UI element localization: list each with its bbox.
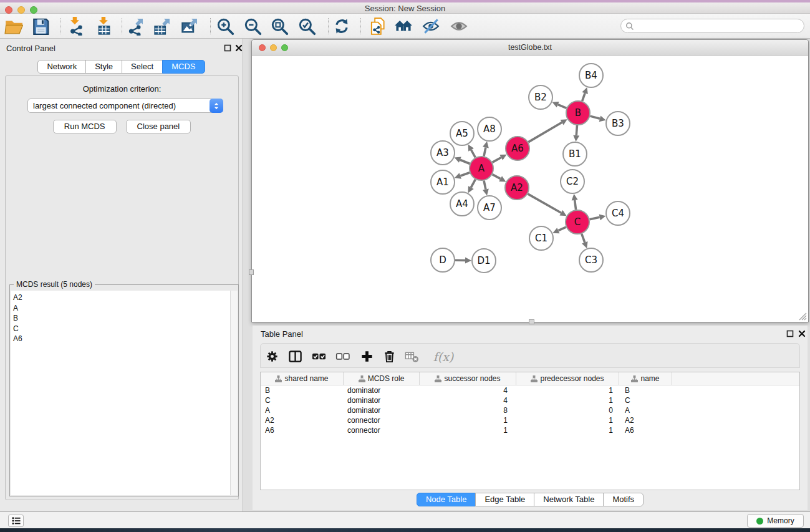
run-mcds-button[interactable]: Run MCDS bbox=[53, 120, 117, 133]
hierarchy-icon bbox=[359, 375, 365, 382]
show-all-button[interactable] bbox=[446, 16, 471, 36]
table-toolbar: f(x) bbox=[260, 343, 800, 368]
hide-all-columns-button[interactable] bbox=[334, 349, 350, 364]
column-header-shared-name[interactable]: shared name bbox=[261, 372, 344, 385]
checks-off-icon bbox=[335, 349, 350, 364]
status-bar: Memory bbox=[0, 511, 810, 528]
columns-icon bbox=[288, 349, 302, 364]
control-panel-tabs: NetworkStyleSelectMCDS bbox=[0, 60, 243, 74]
table-cell: B bbox=[261, 385, 344, 395]
control-panel-header: Control Panel bbox=[0, 39, 243, 56]
task-history-button[interactable] bbox=[8, 515, 24, 527]
save-icon bbox=[31, 17, 50, 36]
table-cell: 1 bbox=[420, 415, 516, 425]
float-panel-icon[interactable] bbox=[223, 44, 231, 52]
zoom-out-icon bbox=[243, 17, 262, 36]
table-cell: B bbox=[619, 385, 672, 395]
table-row[interactable]: A6connector11A6 bbox=[261, 425, 799, 435]
memory-button[interactable]: Memory bbox=[747, 514, 804, 528]
criterion-dropdown[interactable]: largest connected component (directed) bbox=[27, 99, 223, 113]
home-button[interactable] bbox=[391, 16, 416, 36]
result-item[interactable]: B bbox=[13, 313, 230, 324]
mcds-result-list: A2ABCA6 bbox=[11, 291, 230, 495]
result-scrollbar[interactable] bbox=[230, 291, 238, 495]
toggle-column-panel-button[interactable] bbox=[287, 349, 303, 364]
column-header-predecessor-nodes[interactable]: predecessor nodes bbox=[516, 372, 619, 385]
new-network-from-selection-button[interactable] bbox=[365, 16, 390, 36]
table-cell: connector bbox=[344, 425, 420, 435]
open-session-button[interactable] bbox=[1, 16, 26, 36]
import-table-button[interactable] bbox=[92, 16, 117, 36]
list-icon bbox=[11, 516, 21, 526]
fx-icon: f(x) bbox=[433, 350, 454, 364]
table-panel: Table Panel f(x) shared nameMCDS rolesuc… bbox=[253, 326, 808, 510]
export-image-button[interactable] bbox=[178, 16, 203, 36]
result-item[interactable]: A6 bbox=[13, 334, 230, 344]
table-cell: dominator bbox=[344, 405, 420, 415]
table-row[interactable]: A2connector11A2 bbox=[261, 415, 799, 425]
desktop-edge-bottom bbox=[0, 528, 810, 532]
zoom-out-button[interactable] bbox=[240, 16, 265, 36]
tab-edge-table[interactable]: Edge Table bbox=[475, 493, 534, 506]
table-cell: A6 bbox=[619, 425, 672, 435]
tab-style[interactable]: Style bbox=[85, 60, 122, 74]
show-all-columns-button[interactable] bbox=[311, 349, 327, 364]
function-builder-button: f(x) bbox=[431, 349, 456, 364]
export-table-icon bbox=[153, 17, 172, 36]
column-header-filler bbox=[672, 372, 799, 385]
refresh-layout-button[interactable] bbox=[329, 16, 354, 36]
table-row[interactable]: Cdominator41C bbox=[261, 395, 799, 405]
control-panel-title: Control Panel bbox=[6, 44, 55, 53]
toolbar-separator bbox=[328, 18, 329, 34]
tab-motifs[interactable]: Motifs bbox=[603, 493, 644, 506]
column-label: shared name bbox=[284, 374, 328, 383]
tab-network[interactable]: Network bbox=[37, 60, 86, 74]
hierarchy-icon bbox=[531, 375, 538, 382]
export-table-button[interactable] bbox=[150, 16, 175, 36]
zoom-selected-button[interactable] bbox=[294, 16, 319, 36]
export-network-button[interactable] bbox=[123, 16, 148, 36]
table-settings-button[interactable] bbox=[264, 349, 280, 364]
tab-select[interactable]: Select bbox=[122, 60, 163, 74]
add-column-button[interactable] bbox=[359, 349, 375, 364]
search-field[interactable] bbox=[620, 19, 804, 33]
table-cell: 1 bbox=[420, 425, 516, 435]
app-titlebar: Session: New Session bbox=[0, 2, 810, 14]
table-cell: A2 bbox=[619, 415, 672, 425]
table-header-row: shared nameMCDS rolesuccessor nodesprede… bbox=[261, 372, 799, 385]
column-header-MCDS-role[interactable]: MCDS role bbox=[344, 372, 420, 385]
table-row[interactable]: Bdominator41B bbox=[261, 385, 799, 395]
zoom-in-icon bbox=[216, 17, 234, 36]
mcds-result-group: MCDS result (5 nodes) A2ABCA6 bbox=[9, 284, 239, 496]
close-panel-icon[interactable] bbox=[234, 44, 243, 52]
optimization-criterion-label: Optimization criterion: bbox=[6, 84, 238, 94]
toolbar-separator bbox=[360, 18, 361, 34]
result-item[interactable]: A bbox=[13, 303, 230, 314]
mcds-panel: Optimization criterion: largest connecte… bbox=[5, 75, 239, 500]
trash-icon bbox=[382, 349, 397, 364]
tab-node-table[interactable]: Node Table bbox=[417, 493, 476, 506]
control-panel: Control Panel NetworkStyleSelectMCDS Opt… bbox=[0, 39, 243, 511]
table-cell: C bbox=[261, 395, 344, 405]
import-network-button[interactable] bbox=[63, 16, 88, 36]
column-header-successor-nodes[interactable]: successor nodes bbox=[420, 372, 516, 385]
zoom-in-button[interactable] bbox=[213, 16, 238, 36]
node-table: shared nameMCDS rolesuccessor nodesprede… bbox=[260, 372, 800, 490]
tab-mcds[interactable]: MCDS bbox=[162, 60, 205, 74]
column-header-name[interactable]: name bbox=[619, 372, 672, 385]
zoom-fit-button[interactable] bbox=[267, 16, 292, 36]
export-network-icon bbox=[127, 17, 145, 36]
result-item[interactable]: A2 bbox=[13, 293, 230, 303]
eye-icon bbox=[450, 17, 468, 36]
table-row[interactable]: Adominator80A bbox=[261, 405, 799, 415]
delete-table-button bbox=[403, 349, 420, 364]
hide-selected-button[interactable] bbox=[418, 16, 443, 36]
close-panel-button[interactable]: Close panel bbox=[126, 120, 191, 133]
close-table-panel-icon[interactable] bbox=[798, 329, 806, 337]
result-item[interactable]: C bbox=[13, 324, 230, 334]
search-input[interactable] bbox=[634, 22, 804, 31]
float-table-panel-icon[interactable] bbox=[786, 329, 794, 337]
delete-column-button[interactable] bbox=[381, 349, 397, 364]
save-session-button[interactable] bbox=[28, 16, 53, 36]
tab-network-table[interactable]: Network Table bbox=[534, 493, 604, 506]
